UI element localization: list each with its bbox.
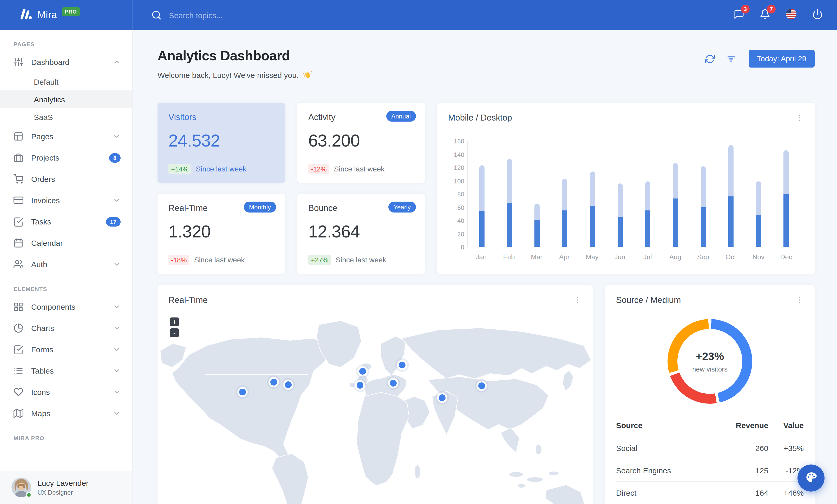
- sidebar-item-forms[interactable]: Forms: [0, 339, 132, 360]
- language-flag-button[interactable]: [785, 8, 797, 22]
- real-time-card[interactable]: Real-Time Monthly 1.320 -18% Since last …: [158, 194, 285, 274]
- search-input[interactable]: [169, 11, 335, 19]
- map-zoom-out-button[interactable]: -: [170, 329, 179, 337]
- chevron-down-icon: [113, 409, 121, 417]
- us-flag-icon: [785, 8, 797, 22]
- table-row[interactable]: Search Engines125-12%: [616, 459, 804, 481]
- bar-column: [496, 141, 523, 247]
- sidebar-item-label: Dashboard: [31, 58, 105, 67]
- sidebar-item-maps[interactable]: Maps: [0, 403, 132, 424]
- map-marker[interactable]: [270, 378, 277, 385]
- search-icon[interactable]: [151, 10, 162, 20]
- sidebar-item-calendar[interactable]: Calendar: [0, 232, 132, 254]
- messages-button[interactable]: 3: [733, 8, 745, 22]
- sidebar-item-analytics[interactable]: Analytics: [0, 90, 132, 108]
- bar-aug[interactable]: [673, 163, 678, 247]
- sidebar-user[interactable]: Lucy Lavender UX Designer: [0, 471, 132, 504]
- mobile-segment: [618, 217, 623, 247]
- header-actions: Today: April 29: [705, 50, 815, 68]
- desktop-segment: [534, 204, 540, 220]
- period-pill[interactable]: Yearly: [388, 202, 416, 212]
- table-row[interactable]: Social260+35%: [616, 437, 804, 459]
- more-menu-icon[interactable]: [795, 113, 804, 122]
- mobile-segment: [784, 194, 789, 247]
- activity-card[interactable]: Activity Annual 63.200 -12% Since last w…: [297, 103, 425, 183]
- bar-mar[interactable]: [534, 204, 540, 247]
- sidebar-item-dashboard[interactable]: Dashboard: [0, 52, 132, 73]
- map-marker[interactable]: [359, 368, 366, 374]
- sidebar-item-orders[interactable]: Orders: [0, 168, 132, 190]
- column-header-source: Source: [616, 417, 712, 437]
- source-table: SourceRevenueValue Social260+35%Search E…: [616, 417, 804, 503]
- desktop-segment: [756, 181, 761, 215]
- notifications-button[interactable]: 7: [760, 8, 770, 22]
- briefcase-icon: [14, 153, 23, 163]
- sidebar-count-badge: 8: [109, 153, 121, 162]
- donut-center: +23% new visitors: [667, 319, 752, 404]
- desktop-segment: [562, 179, 567, 210]
- filter-icon[interactable]: [726, 54, 736, 64]
- cell-revenue: 164: [712, 481, 768, 503]
- bar-apr[interactable]: [562, 179, 567, 247]
- period-pill[interactable]: Annual: [386, 111, 416, 122]
- logout-button[interactable]: [812, 8, 823, 22]
- sidebar-item-auth[interactable]: Auth: [0, 254, 132, 275]
- sidebar-item-components[interactable]: Components: [0, 296, 132, 317]
- mobile-segment: [756, 215, 761, 247]
- map-marker[interactable]: [398, 361, 405, 368]
- y-axis-label: 140: [448, 151, 464, 158]
- online-status-dot: [26, 492, 32, 498]
- stat-footer: +14% Since last week: [168, 164, 246, 174]
- sidebar-item-saas[interactable]: SaaS: [0, 108, 132, 126]
- sidebar-item-projects[interactable]: Projects8: [0, 147, 132, 168]
- sidebar-item-charts[interactable]: Charts: [0, 317, 132, 339]
- page-subtitle: Welcome back, Lucy! We've missed you.: [158, 70, 312, 80]
- theme-settings-fab[interactable]: [798, 465, 824, 491]
- more-menu-icon[interactable]: [795, 296, 804, 304]
- bar-feb[interactable]: [507, 159, 512, 247]
- bar-jun[interactable]: [618, 183, 623, 247]
- sidebar-item-label: Icons: [31, 388, 105, 396]
- map-marker[interactable]: [390, 379, 396, 386]
- visitors-card[interactable]: Visitors 24.532 +14% Since last week: [158, 103, 285, 183]
- cell-revenue: 125: [712, 459, 768, 481]
- page-title: Analytics Dashboard: [158, 48, 312, 64]
- more-menu-icon[interactable]: [573, 296, 582, 304]
- bounce-card[interactable]: Bounce Yearly 12.364 +27% Since last wee…: [297, 194, 425, 274]
- sidebar-item-invoices[interactable]: Invoices: [0, 190, 132, 211]
- source-medium-card: Source / Medium +23% new visitors Source…: [605, 285, 815, 504]
- cell-source: Search Engines: [616, 459, 712, 481]
- bar-nov[interactable]: [756, 181, 761, 247]
- mobile-segment: [534, 220, 540, 247]
- brand[interactable]: Mira PRO: [0, 0, 132, 30]
- map-marker[interactable]: [285, 381, 291, 388]
- map-marker[interactable]: [439, 394, 445, 401]
- bar-jul[interactable]: [645, 181, 651, 247]
- map-marker[interactable]: [356, 381, 363, 388]
- navbar-search: [151, 10, 733, 20]
- mobile-segment: [700, 207, 706, 247]
- list-icon: [14, 366, 23, 376]
- sidebar-item-icons[interactable]: Icons: [0, 381, 132, 403]
- today-button[interactable]: Today: April 29: [749, 50, 815, 68]
- map-marker[interactable]: [239, 388, 246, 395]
- bar-may[interactable]: [590, 171, 595, 247]
- table-row[interactable]: Direct164+46%: [616, 481, 804, 503]
- period-pill[interactable]: Monthly: [244, 202, 276, 212]
- desktop-segment: [618, 183, 623, 217]
- bar-jan[interactable]: [479, 165, 484, 247]
- world-map[interactable]: [158, 318, 593, 504]
- bar-sep[interactable]: [700, 166, 706, 247]
- sidebar-item-tasks[interactable]: Tasks17: [0, 211, 132, 232]
- sidebar-item-default[interactable]: Default: [0, 73, 132, 90]
- chevron-down-icon: [113, 303, 121, 311]
- map-marker[interactable]: [478, 382, 485, 389]
- stat-value: 24.532: [168, 131, 274, 151]
- map-zoom-in-button[interactable]: +: [170, 317, 179, 326]
- bar-dec[interactable]: [784, 150, 789, 247]
- refresh-icon[interactable]: [705, 54, 715, 64]
- sidebar-item-pages[interactable]: Pages: [0, 126, 132, 147]
- bar-oct[interactable]: [728, 145, 733, 247]
- mobile-segment: [590, 206, 595, 247]
- sidebar-item-tables[interactable]: Tables: [0, 360, 132, 381]
